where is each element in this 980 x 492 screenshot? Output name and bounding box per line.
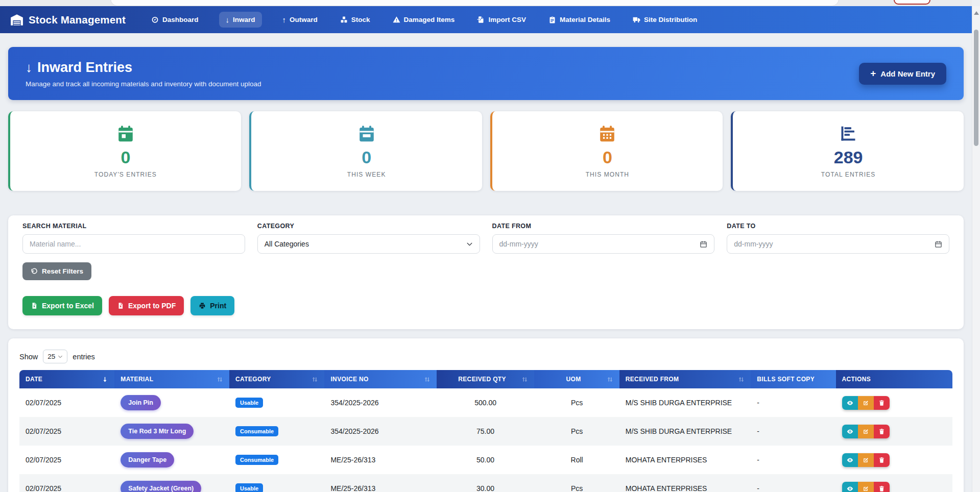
eye-icon: [847, 428, 853, 435]
page-size-select[interactable]: 25: [43, 350, 67, 363]
chevron-down-icon: [58, 354, 63, 359]
add-new-entry-button[interactable]: + Add New Entry: [859, 63, 946, 85]
export-excel-button[interactable]: Export to Excel: [22, 296, 102, 315]
reset-filters-button[interactable]: Reset Filters: [22, 262, 91, 280]
stat-value: 289: [834, 147, 863, 167]
stat-label: THIS WEEK: [347, 171, 386, 178]
date-from-input[interactable]: dd-mm-yyyy: [492, 234, 715, 254]
search-material-input[interactable]: [22, 234, 245, 254]
filter-category: CATEGORY All Categories: [257, 223, 480, 254]
material-pill[interactable]: Join Pin: [121, 395, 161, 410]
nav-item-label: Dashboard: [162, 16, 199, 23]
view-button[interactable]: [842, 396, 858, 410]
date-to-input[interactable]: dd-mm-yyyy: [727, 234, 949, 254]
material-pill[interactable]: Tie Rod 3 Mtr Long: [121, 424, 194, 439]
view-button[interactable]: [842, 453, 858, 467]
delete-button[interactable]: [874, 425, 890, 438]
entries-table: DATE MATERIAL CATEGORY INVOICE NO RECEIV…: [19, 370, 952, 492]
sort-icon[interactable]: [738, 376, 745, 383]
filter-date-to: DATE TO dd-mm-yyyy: [727, 223, 949, 254]
calendar-day-icon: [116, 125, 135, 143]
column-header-uom[interactable]: UOM: [534, 370, 619, 388]
export-pdf-button[interactable]: Export to PDF: [109, 296, 184, 315]
category-badge: Usable: [235, 398, 263, 408]
row-actions: [842, 482, 890, 492]
cell-received-qty: 500.00: [437, 399, 535, 407]
sort-icon[interactable]: [217, 376, 223, 383]
nav-item-inward[interactable]: ↓ Inward: [219, 12, 262, 28]
sort-icon[interactable]: [607, 376, 613, 383]
cell-invoice-no: 354/2025-2026: [324, 427, 436, 435]
sort-desc-icon[interactable]: [102, 376, 108, 383]
cell-invoice-no: ME/25-26/313: [324, 484, 436, 492]
calendar-picker-icon[interactable]: [935, 240, 942, 248]
eye-icon: [847, 485, 853, 492]
stat-card-this-month: 0 THIS MONTH: [490, 111, 723, 191]
view-button[interactable]: [842, 425, 858, 438]
delete-button[interactable]: [874, 453, 890, 467]
column-header-category[interactable]: CATEGORY: [229, 370, 324, 388]
nav-item-stock[interactable]: Stock: [338, 12, 372, 28]
edit-button[interactable]: [858, 425, 874, 438]
table-row: 02/07/2025 Safety Jacket (Green) Usable …: [19, 474, 952, 492]
sort-icon[interactable]: [521, 376, 528, 383]
truck-icon: [633, 16, 640, 23]
column-header-invoice-no[interactable]: INVOICE NO: [324, 370, 436, 388]
nav-item-label: Import CSV: [488, 16, 526, 23]
calendar-week-icon: [357, 125, 376, 143]
cell-received-qty: 75.00: [437, 427, 535, 435]
cell-uom: Pcs: [534, 427, 619, 435]
stat-value: 0: [362, 147, 371, 167]
trash-icon: [878, 457, 885, 463]
calendar-picker-icon[interactable]: [700, 240, 707, 248]
warehouse-icon: [10, 13, 23, 27]
cell-bills-soft-copy: -: [751, 484, 835, 492]
cell-bills-soft-copy: -: [751, 399, 835, 407]
scrollbar-up-arrow-icon[interactable]: [974, 11, 979, 15]
column-header-date[interactable]: DATE: [19, 370, 114, 388]
nav-item-material-details[interactable]: Material Details: [546, 12, 612, 28]
material-pill[interactable]: Safety Jacket (Green): [121, 481, 201, 492]
eye-icon: [847, 400, 853, 406]
stat-card-total-entries: 289 TOTAL ENTRIES: [731, 111, 964, 191]
page-subtitle: Manage and track all incoming materials …: [26, 80, 261, 88]
browser-chrome-strip: [0, 0, 972, 6]
page-scrollbar[interactable]: [972, 6, 980, 492]
brand-name: Stock Management: [29, 14, 126, 26]
filters-panel: SEARCH MATERIAL CATEGORY All Categories …: [8, 215, 964, 329]
sort-icon[interactable]: [424, 376, 431, 383]
cell-received-from: MOHATA ENTERPRISES: [619, 484, 751, 492]
edit-button[interactable]: [858, 396, 874, 410]
nav-item-import-csv[interactable]: Import CSV: [475, 12, 528, 28]
sort-icon[interactable]: [312, 376, 318, 383]
page-size-value: 25: [47, 353, 55, 360]
scrollbar-thumb[interactable]: [974, 30, 978, 146]
edit-button[interactable]: [858, 482, 874, 492]
delete-button[interactable]: [874, 482, 890, 492]
column-header-received-qty[interactable]: RECEIVED QTY: [437, 370, 535, 388]
nav-item-outward[interactable]: ↑ Outward: [280, 12, 320, 28]
nav-item-dashboard[interactable]: Dashboard: [149, 12, 201, 28]
file-import-icon: [477, 16, 485, 23]
print-button[interactable]: Print: [190, 296, 234, 315]
nav-item-damaged-items[interactable]: Damaged Items: [391, 12, 457, 28]
nav-item-label: Damaged Items: [404, 16, 455, 23]
nav-item-site-distribution[interactable]: Site Distribution: [631, 12, 699, 28]
column-header-bills-soft-copy: BILLS SOFT COPY: [751, 370, 835, 388]
edit-button[interactable]: [858, 453, 874, 467]
material-pill[interactable]: Danger Tape: [121, 452, 174, 468]
column-header-received-from[interactable]: RECEIVED FROM: [619, 370, 751, 388]
entries-table-panel: Show 25 entries DATE MATERIAL CATEGORY: [8, 338, 964, 492]
warning-icon: [393, 16, 400, 23]
nav-item-label: Site Distribution: [644, 16, 697, 23]
stat-label: TODAY'S ENTRIES: [94, 171, 157, 178]
cell-bills-soft-copy: -: [751, 456, 835, 464]
column-header-material[interactable]: MATERIAL: [114, 370, 229, 388]
brand: Stock Management: [10, 13, 126, 27]
category-select[interactable]: All Categories: [257, 234, 480, 254]
plus-icon: +: [870, 69, 876, 77]
table-row: 02/07/2025 Danger Tape Consumable ME/25-…: [19, 446, 952, 474]
nav-item-label: Stock: [351, 16, 370, 23]
view-button[interactable]: [842, 482, 858, 492]
delete-button[interactable]: [874, 396, 890, 410]
